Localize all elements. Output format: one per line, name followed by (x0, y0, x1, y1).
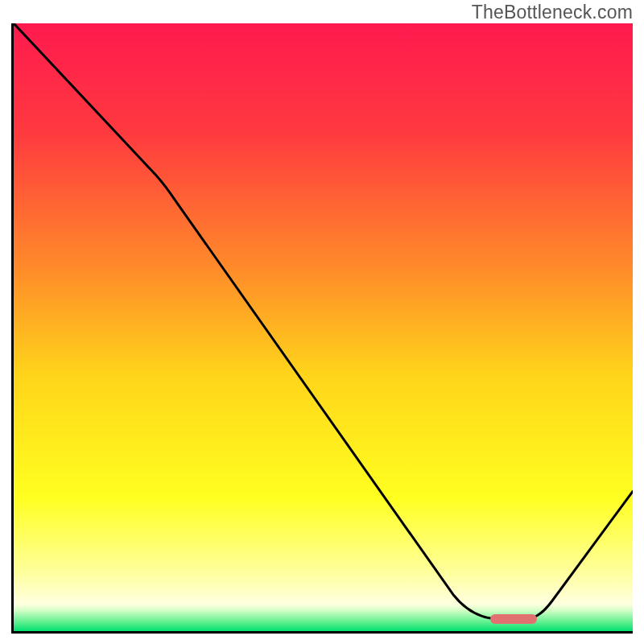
chart-container: TheBottleneck.com (0, 0, 644, 644)
chart-svg (14, 23, 633, 631)
plot-area (14, 23, 633, 631)
target-zone-marker (490, 614, 537, 624)
watermark: TheBottleneck.com (472, 2, 633, 23)
svg-rect-0 (14, 23, 633, 631)
